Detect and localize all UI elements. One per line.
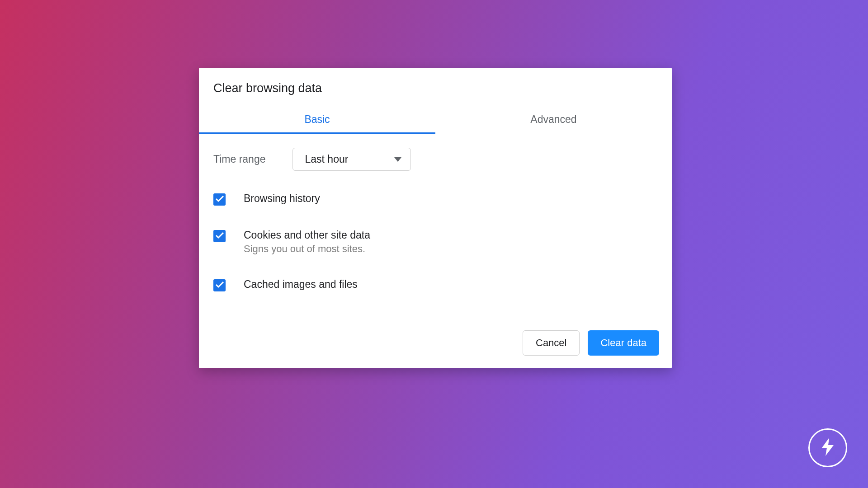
tab-basic[interactable]: Basic — [199, 105, 435, 134]
tab-advanced[interactable]: Advanced — [435, 105, 672, 134]
dialog-footer: Cancel Clear data — [199, 319, 672, 368]
option-label: Cookies and other site data — [244, 229, 370, 241]
time-range-value: Last hour — [305, 153, 348, 165]
fab-button[interactable] — [808, 428, 847, 467]
option-cookies: Cookies and other site data Signs you ou… — [213, 229, 657, 255]
check-icon — [215, 232, 224, 241]
clear-data-button[interactable]: Clear data — [588, 330, 659, 356]
clear-browsing-data-dialog: Clear browsing data Basic Advanced Time … — [199, 68, 672, 368]
lightning-icon — [820, 437, 835, 459]
option-sublabel: Signs you out of most sites. — [244, 243, 370, 255]
dialog-title: Clear browsing data — [199, 68, 672, 105]
cancel-button[interactable]: Cancel — [523, 330, 580, 356]
checkbox-browsing-history[interactable] — [213, 193, 226, 206]
svg-marker-0 — [394, 157, 401, 162]
option-label: Cached images and files — [244, 278, 358, 291]
chevron-down-icon — [394, 155, 401, 164]
time-range-select[interactable]: Last hour — [292, 148, 411, 171]
checkbox-cached-files[interactable] — [213, 279, 226, 291]
dialog-content: Time range Last hour Browsing history — [199, 134, 672, 319]
check-icon — [215, 281, 224, 290]
checkbox-cookies[interactable] — [213, 230, 226, 242]
tabs: Basic Advanced — [199, 105, 672, 134]
check-icon — [215, 195, 224, 204]
time-range-row: Time range Last hour — [213, 148, 657, 171]
option-browsing-history: Browsing history — [213, 192, 657, 206]
option-cached-files: Cached images and files — [213, 278, 657, 291]
option-label: Browsing history — [244, 192, 320, 205]
time-range-label: Time range — [213, 153, 265, 165]
